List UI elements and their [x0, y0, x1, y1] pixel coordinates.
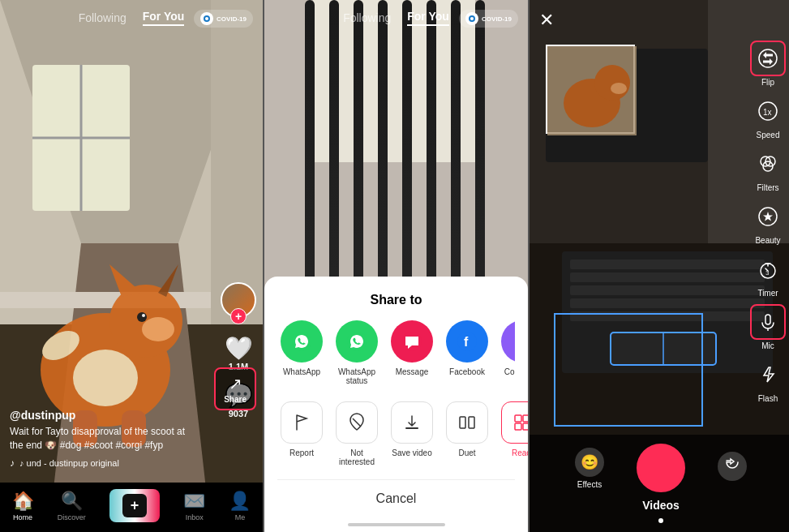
svg-point-35	[470, 17, 474, 20]
nav-discover-1[interactable]: 🔍 Discover	[58, 491, 86, 521]
not-interested-label: Not interested	[332, 448, 381, 466]
home-icon-1: 🏠	[12, 491, 34, 512]
whatsapp-status-label: WhatsApp status	[332, 367, 381, 385]
me-label-1: Me	[235, 513, 246, 521]
add-icon-1: +	[122, 494, 148, 517]
inbox-label-1: Inbox	[186, 513, 204, 521]
svg-text:f: f	[464, 335, 469, 349]
flip-tool[interactable]: Flip	[750, 41, 786, 87]
speed-tool[interactable]: 1x Speed	[750, 93, 786, 139]
report-icon	[281, 401, 323, 444]
filters-icon-wrap	[750, 146, 786, 182]
nav-add-1[interactable]: +	[109, 489, 161, 522]
action-react[interactable]: React	[498, 401, 528, 466]
mic-label: Mic	[761, 341, 774, 350]
mic-tool[interactable]: Mic	[750, 304, 786, 350]
save-video-icon	[391, 401, 433, 444]
timer-tool[interactable]: 3 Timer	[750, 251, 786, 298]
music-text-1: ♪ und - dustinpup original	[19, 458, 119, 468]
share-label-1: Share	[224, 395, 247, 404]
effects-icon: 😊	[575, 448, 604, 477]
svg-marker-11	[109, 264, 142, 297]
save-video-label: Save video	[392, 448, 431, 457]
svg-rect-50	[523, 423, 528, 430]
action-not-interested[interactable]: Not interested	[332, 401, 381, 466]
bottom-info-1: @dustinpup Wait for Tayto disapproval of…	[10, 409, 198, 469]
close-button[interactable]: ✕	[539, 10, 554, 31]
mic-icon-wrap	[750, 304, 786, 340]
share-whatsapp[interactable]: WhatsApp	[277, 320, 326, 385]
share-modal: Share to WhatsApp WhatsApp status	[264, 277, 528, 532]
copylink-icon	[501, 320, 515, 363]
for-you-tab-2[interactable]: For You	[407, 10, 449, 26]
camera-preview-inner	[547, 46, 633, 132]
nav-home-1[interactable]: 🏠 Home	[12, 491, 34, 521]
home-bar	[348, 523, 445, 526]
action-report[interactable]: Report	[277, 401, 326, 466]
filters-tool[interactable]: Filters	[750, 146, 786, 192]
avatar-wrap-1[interactable]: +	[221, 282, 256, 318]
covid-text-1: COVID-19	[217, 15, 247, 23]
cancel-button[interactable]: Cancel	[277, 479, 515, 517]
svg-point-14	[137, 312, 147, 322]
camera-bottom: 😊 Effects Videos	[530, 435, 789, 532]
covid-badge-1: COVID-19	[194, 10, 253, 28]
svg-text:1x: 1x	[763, 108, 772, 117]
nav-me-1[interactable]: 👤 Me	[229, 491, 251, 521]
facebook-icon: f	[446, 320, 488, 363]
videos-dot	[658, 518, 663, 523]
svg-rect-45	[460, 417, 465, 428]
message-icon	[391, 320, 433, 363]
action-save-video[interactable]: Save video	[388, 401, 436, 466]
share-icons-row: WhatsApp WhatsApp status Message f	[277, 320, 515, 388]
svg-rect-47	[515, 415, 521, 422]
action-duet[interactable]: Duet	[443, 401, 491, 466]
music-note-1: ♪	[10, 457, 15, 469]
svg-line-43	[353, 418, 361, 427]
following-tab-1[interactable]: Following	[79, 11, 126, 24]
effects-item[interactable]: 😊 Effects	[575, 448, 604, 489]
nav-inbox-1[interactable]: ✉️ Inbox	[183, 491, 205, 521]
speed-icon-wrap: 1x	[750, 93, 786, 129]
svg-point-13	[142, 317, 174, 341]
share-button-1[interactable]: ↗ Share	[214, 367, 256, 410]
duet-label: Duet	[458, 448, 475, 457]
following-tab-2[interactable]: Following	[343, 11, 391, 24]
svg-point-21	[205, 17, 208, 20]
share-whatsapp-status[interactable]: WhatsApp status	[332, 320, 381, 385]
svg-marker-12	[158, 264, 178, 297]
react-icon	[501, 401, 528, 444]
flash-tool[interactable]: Flash	[750, 357, 786, 403]
for-you-tab-1[interactable]: For You	[143, 10, 185, 26]
camera-right-tools: Flip 1x Speed Filters Beauty 3	[750, 41, 786, 403]
share-facebook[interactable]: f Facebook	[443, 320, 491, 385]
me-icon-1: 👤	[229, 491, 251, 512]
covid-text-2: COVID-19	[482, 15, 512, 23]
beauty-label: Beauty	[755, 236, 780, 245]
flip-icon-wrap	[750, 41, 786, 76]
svg-rect-8	[211, 0, 263, 324]
like-button-1[interactable]: 🤍 1.1M	[225, 337, 253, 371]
svg-point-67	[611, 83, 627, 94]
blue-selection-box	[554, 313, 703, 427]
svg-rect-54	[570, 260, 765, 269]
svg-rect-49	[515, 423, 521, 430]
effects-label: Effects	[577, 480, 602, 489]
panel-3: ✕ Flip 1x Speed Filters	[530, 0, 789, 532]
avatar-plus-1: +	[230, 308, 247, 324]
share-message[interactable]: Message	[388, 320, 436, 385]
message-label: Message	[396, 367, 429, 376]
beauty-tool[interactable]: Beauty	[750, 199, 786, 245]
svg-rect-44	[405, 427, 418, 429]
flash-icon-wrap	[750, 357, 786, 393]
camera-flip-item[interactable]	[718, 452, 747, 484]
svg-rect-57	[570, 298, 765, 308]
share-copylink[interactable]: Copy Link	[498, 320, 515, 385]
timer-label: Timer	[757, 289, 778, 298]
record-button[interactable]	[637, 444, 685, 492]
panel-1: Following For You COVID-19 + 🤍 1.1M 💬 90…	[0, 0, 263, 532]
svg-rect-77	[765, 315, 770, 324]
covid-icon-2	[465, 12, 478, 25]
add-btn-1[interactable]: +	[109, 489, 161, 522]
camera-preview-box	[546, 45, 635, 134]
